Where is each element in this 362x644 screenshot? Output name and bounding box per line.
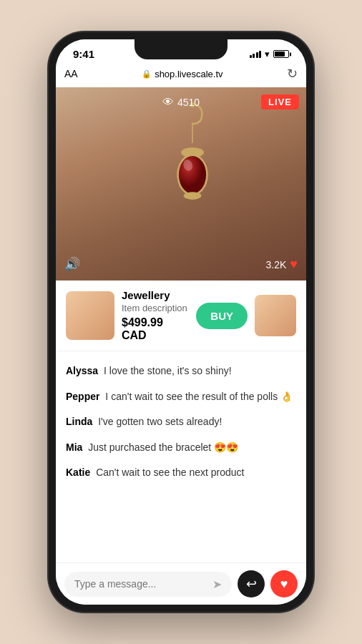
- chat-message-4: Mia Just purchased the bracelet 😍😍: [66, 435, 296, 461]
- chat-text-5: Can't wait to see the next product: [96, 467, 244, 478]
- lock-icon: 🔒: [142, 69, 152, 79]
- eye-icon: 👁: [162, 96, 174, 109]
- product-card: Jewellery Item description $499.99 CAD B…: [56, 280, 306, 351]
- notch: [134, 39, 228, 59]
- chat-username-2: Pepper: [66, 391, 99, 402]
- wifi-icon: ▾: [265, 49, 270, 59]
- battery-icon: [273, 50, 289, 58]
- chat-message-3: Linda I've gotten two sets already!: [66, 409, 296, 435]
- chat-message-2: Pepper I can't wait to see the result of…: [66, 384, 296, 410]
- earring-visual: [164, 102, 221, 219]
- send-icon[interactable]: ➤: [212, 577, 222, 591]
- url-text: shop.livescale.tv: [155, 69, 222, 79]
- share-icon: ↩: [246, 576, 257, 592]
- refresh-icon[interactable]: ↻: [287, 66, 298, 82]
- share-button[interactable]: ↩: [238, 570, 265, 597]
- url-bar: 🔒 shop.livescale.tv: [142, 69, 222, 79]
- chat-text-3: I've gotten two sets already!: [98, 416, 222, 427]
- product-info: Jewellery Item description $499.99 CAD: [122, 289, 189, 342]
- likes-count-text: 3.2K: [266, 259, 287, 270]
- status-icons: ▾: [250, 49, 290, 59]
- video-area: 👁 4510 LIVE 🔊 3.2K ♥: [56, 87, 306, 280]
- chat-username-1: Alyssa: [66, 365, 98, 376]
- message-input-wrap[interactable]: ➤: [64, 572, 232, 597]
- product-description: Item description: [122, 303, 189, 313]
- message-input[interactable]: [74, 578, 207, 590]
- likes-count: 3.2K ♥: [266, 257, 298, 272]
- live-badge: LIVE: [261, 94, 299, 109]
- svg-point-6: [184, 192, 202, 200]
- chat-text-4: Just purchased the bracelet 😍😍: [88, 441, 238, 453]
- chat-username-5: Katie: [66, 467, 90, 478]
- chat-text-1: I love the stone, it's so shiny!: [104, 365, 232, 376]
- phone-inner: 9:41 ▾ AA 🔒 shop.livescale.tv ↻: [56, 39, 306, 605]
- heart-button[interactable]: ♥: [270, 570, 298, 597]
- heart-button-icon: ♥: [280, 577, 288, 592]
- chat-text-2: I can't wait to see the result of the po…: [105, 391, 293, 402]
- sound-icon[interactable]: 🔊: [64, 256, 80, 272]
- message-bar: ➤ ↩ ♥: [56, 562, 306, 605]
- viewer-count-text: 4510: [177, 97, 200, 108]
- chat-message-5: Katie Can't wait to see the next product: [66, 460, 296, 486]
- chat-area: Alyssa I love the stone, it's so shiny! …: [56, 351, 306, 562]
- product-name: Jewellery: [122, 289, 189, 301]
- status-time: 9:41: [73, 48, 94, 60]
- chat-username-3: Linda: [66, 416, 92, 427]
- chat-username-4: Mia: [66, 441, 82, 453]
- viewer-count: 👁 4510: [162, 96, 200, 109]
- browser-bar: AA 🔒 shop.livescale.tv ↻: [56, 63, 306, 87]
- signal-icon: [250, 51, 262, 58]
- aa-text[interactable]: AA: [64, 68, 78, 79]
- product-thumbnail-left: [66, 291, 114, 340]
- product-thumbnail-right: [255, 295, 296, 336]
- heart-icon: ♥: [290, 257, 298, 272]
- product-price: $499.99 CAD: [122, 316, 189, 342]
- phone-shell: 9:41 ▾ AA 🔒 shop.livescale.tv ↻: [49, 32, 313, 612]
- chat-message-1: Alyssa I love the stone, it's so shiny!: [66, 358, 296, 384]
- buy-button[interactable]: BUY: [196, 303, 248, 329]
